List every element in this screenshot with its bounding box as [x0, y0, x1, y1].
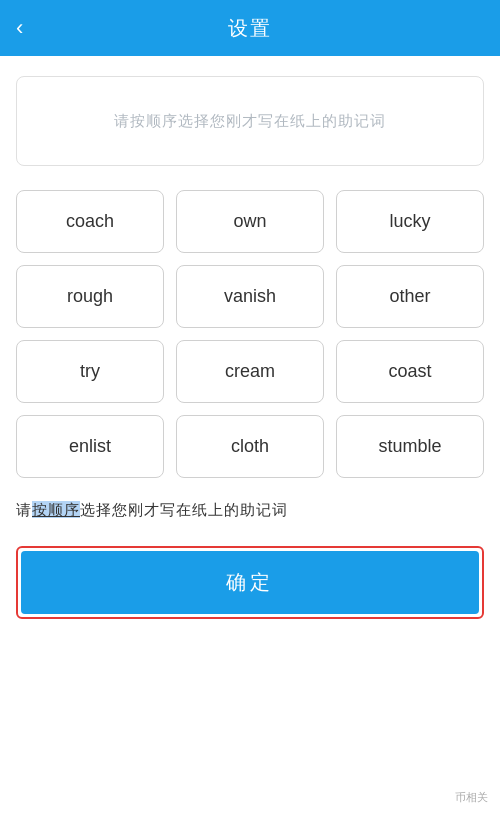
- app-header: ‹ 设置: [0, 0, 500, 56]
- instruction-text-top: 请按顺序选择您刚才写在纸上的助记词: [114, 112, 386, 131]
- back-button[interactable]: ‹: [16, 17, 23, 39]
- word-button[interactable]: enlist: [16, 415, 164, 478]
- main-content: 请按顺序选择您刚才写在纸上的助记词 coachownluckyroughvani…: [0, 56, 500, 813]
- word-button[interactable]: other: [336, 265, 484, 328]
- instruction-prefix: 请: [16, 501, 32, 518]
- instruction-suffix: 选择您刚才写在纸上的助记词: [80, 501, 288, 518]
- instruction-highlighted: 按顺序: [32, 501, 80, 518]
- word-button[interactable]: own: [176, 190, 324, 253]
- word-button[interactable]: rough: [16, 265, 164, 328]
- word-button[interactable]: coast: [336, 340, 484, 403]
- confirm-button-wrapper: 确定: [16, 546, 484, 619]
- instruction-bottom: 请按顺序选择您刚才写在纸上的助记词: [16, 498, 484, 522]
- word-button[interactable]: cloth: [176, 415, 324, 478]
- page-title: 设置: [228, 15, 272, 42]
- word-button[interactable]: vanish: [176, 265, 324, 328]
- word-button[interactable]: stumble: [336, 415, 484, 478]
- confirm-button[interactable]: 确定: [21, 551, 479, 614]
- instruction-box-top: 请按顺序选择您刚才写在纸上的助记词: [16, 76, 484, 166]
- watermark: 币相关: [455, 790, 488, 805]
- word-button[interactable]: try: [16, 340, 164, 403]
- word-button[interactable]: cream: [176, 340, 324, 403]
- word-grid: coachownluckyroughvanishothertrycreamcoa…: [16, 190, 484, 478]
- word-button[interactable]: coach: [16, 190, 164, 253]
- word-button[interactable]: lucky: [336, 190, 484, 253]
